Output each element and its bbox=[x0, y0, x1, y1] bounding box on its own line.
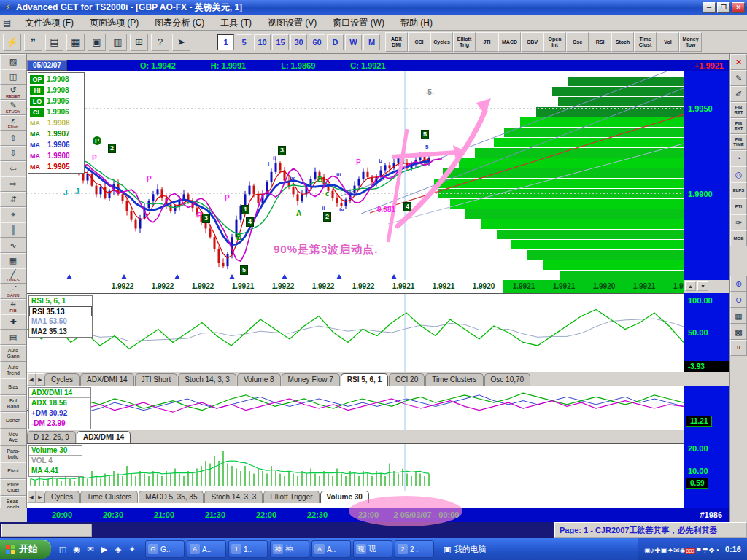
elliott-tool[interactable]: εElliott bbox=[0, 115, 26, 131]
indicator-vol[interactable]: Vol bbox=[657, 32, 679, 52]
tab-adx-dmi-14[interactable]: ADX/DMI 14 bbox=[80, 373, 134, 386]
layout-icon[interactable]: ▥ bbox=[109, 34, 127, 51]
arrow-up-icon[interactable]: ⇧ bbox=[0, 131, 26, 146]
price-scale[interactable]: 1.99501.9900 bbox=[684, 71, 729, 280]
arrow-left-icon[interactable]: ⇦ bbox=[0, 161, 26, 176]
timeframe-10[interactable]: 10 bbox=[254, 34, 271, 50]
pti-tool[interactable]: PTI bbox=[730, 198, 747, 214]
taskbar-task[interactable]: GG.. bbox=[145, 540, 185, 558]
zoom-in-icon[interactable]: ⊕ bbox=[730, 276, 747, 292]
timeframe-15[interactable]: 15 bbox=[272, 34, 289, 50]
window-icon[interactable]: ◫ bbox=[0, 69, 26, 85]
indicator-stoch[interactable]: Stoch bbox=[611, 32, 634, 52]
close-button[interactable]: ✕ bbox=[732, 2, 745, 13]
indicator-time[interactable]: TimeClust bbox=[634, 32, 657, 52]
quick-launch-icon[interactable]: ✉ bbox=[85, 543, 96, 555]
quick-launch-icon[interactable]: ◈ bbox=[112, 543, 124, 555]
pointer-icon[interactable]: ➤ bbox=[172, 34, 190, 51]
menu-item[interactable]: 帮助 (H) bbox=[392, 16, 441, 29]
indicator-cci[interactable]: CCI bbox=[408, 32, 430, 52]
tab-cci-20[interactable]: CCI 20 bbox=[389, 373, 425, 386]
tool-auto-trend[interactable]: AutoTrend bbox=[0, 362, 26, 378]
tab-d-12-26-9[interactable]: D 12, 26, 9 bbox=[27, 431, 76, 443]
tool-auto-gann[interactable]: AutoGann bbox=[0, 345, 26, 362]
tab-macd-5-35-35[interactable]: MACD 5, 35, 35 bbox=[139, 491, 204, 503]
minimize-button[interactable]: ─ bbox=[703, 2, 716, 13]
tool-bias[interactable]: Bias bbox=[0, 378, 26, 395]
taskbar-task[interactable]: AA.. bbox=[187, 540, 226, 558]
help-icon[interactable]: ? bbox=[151, 34, 169, 51]
study-tool[interactable]: ✎STUDY bbox=[0, 100, 26, 115]
gann-tool[interactable]: ⋰GANN bbox=[0, 284, 26, 299]
indicator-money[interactable]: Moneyflow bbox=[679, 32, 702, 52]
scale-up-button[interactable]: ▲ bbox=[685, 281, 696, 291]
indicator-macd[interactable]: MACD bbox=[498, 32, 521, 52]
quick-launch-icon[interactable]: ✦ bbox=[126, 543, 138, 555]
tab-jti-short[interactable]: JTI Short bbox=[135, 373, 178, 386]
taskbar-task[interactable]: AA.. bbox=[311, 540, 351, 558]
timeframe-30[interactable]: 30 bbox=[290, 34, 307, 50]
crosshair-icon[interactable]: ⌖ bbox=[0, 207, 26, 222]
tab-time-clusters[interactable]: Time Clusters bbox=[425, 373, 483, 386]
pencil-icon[interactable]: ✎ bbox=[730, 70, 747, 86]
marker-icon[interactable]: ✑ bbox=[730, 214, 747, 230]
indicator-rsi[interactable]: RSI bbox=[589, 32, 611, 52]
calc-icon[interactable]: ▦ bbox=[730, 308, 747, 324]
tray-icon[interactable]: 889 bbox=[685, 548, 695, 554]
tray-icon[interactable]: ▣ bbox=[660, 546, 667, 554]
grid2-icon[interactable]: ▩ bbox=[730, 324, 747, 340]
quick-launch-icon[interactable]: ◫ bbox=[57, 543, 69, 555]
tool-bol-band[interactable]: BolBand bbox=[0, 395, 26, 412]
notes-icon[interactable]: ▤ bbox=[0, 330, 26, 345]
mob-tool[interactable]: MOB bbox=[730, 230, 747, 246]
menu-item[interactable]: 窗口设置 (W) bbox=[325, 16, 392, 29]
tab-scroll-left[interactable]: ◀ bbox=[27, 373, 36, 386]
main-chart[interactable]: 235412354PABcBPPPPP0.681-5-iiiiiiiviiivb… bbox=[27, 71, 684, 280]
new-page-icon[interactable]: ▤ bbox=[45, 34, 63, 51]
menu-item[interactable]: 页面选项 (P) bbox=[82, 16, 147, 29]
tab-rsi-5-6-1[interactable]: RSI 5, 6, 1 bbox=[341, 373, 388, 386]
lines-tool[interactable]: ╱LINES bbox=[0, 268, 26, 284]
tab-cycles[interactable]: Cycles bbox=[44, 373, 80, 386]
indicator-jti[interactable]: JTI bbox=[476, 32, 498, 52]
tray-icon[interactable]: ◔ bbox=[715, 546, 719, 554]
quote-icon[interactable]: ❞ bbox=[24, 34, 42, 51]
timeframe-1[interactable]: 1 bbox=[217, 34, 234, 50]
taskbar-task[interactable]: 11.. bbox=[228, 540, 268, 558]
fib-ret-tool[interactable]: FIBRET bbox=[730, 102, 747, 118]
compare-icon[interactable]: ⇵ bbox=[0, 192, 26, 207]
start-button[interactable]: 开始 bbox=[0, 540, 51, 559]
menu-item[interactable]: 文件选项 (F) bbox=[17, 16, 82, 29]
close-panel-icon[interactable]: ✕ bbox=[730, 54, 747, 70]
indicator-elliott[interactable]: ElliottTrig bbox=[453, 32, 476, 52]
quick-launch-icon[interactable]: ◉ bbox=[71, 543, 82, 555]
timeframe-D[interactable]: D bbox=[327, 34, 344, 50]
scrollbar-thumb[interactable] bbox=[1, 524, 92, 537]
arrow-down-icon[interactable]: ⇩ bbox=[0, 146, 26, 161]
tab-volume-8[interactable]: Volume 8 bbox=[237, 373, 281, 386]
copy-page-icon[interactable]: ▣ bbox=[88, 34, 106, 51]
indicator-obv[interactable]: OBV bbox=[521, 32, 543, 52]
ellipse-tool[interactable]: ELPS bbox=[730, 182, 747, 198]
tab-money-flow-7[interactable]: Money Flow 7 bbox=[282, 373, 340, 386]
circle-tool-icon[interactable]: ◔ bbox=[730, 150, 747, 166]
timeframe-60[interactable]: 60 bbox=[309, 34, 325, 50]
pin-icon[interactable]: ⚡ bbox=[3, 34, 21, 51]
tool-donch[interactable]: Donch bbox=[0, 412, 26, 429]
horizontal-scrollbar[interactable] bbox=[0, 522, 554, 538]
zoom-out-icon[interactable]: ⊖ bbox=[730, 292, 747, 308]
tab-adx-dmi-14[interactable]: ADX/DMI 14 bbox=[77, 431, 131, 443]
taskbar-task[interactable]: 22 . bbox=[395, 540, 434, 558]
tray-icon[interactable]: ⚑ bbox=[695, 546, 702, 554]
timeframe-M[interactable]: M bbox=[363, 34, 380, 50]
tray-icon[interactable]: ✉ bbox=[673, 546, 679, 554]
arrow-right-icon[interactable]: ⇨ bbox=[0, 176, 26, 192]
tab-osc-10-70[interactable]: Osc 10,70 bbox=[484, 373, 531, 386]
tool-para-bolic[interactable]: Para-bolic bbox=[0, 446, 26, 462]
tab-cycles[interactable]: Cycles bbox=[44, 491, 80, 503]
rsi-panel[interactable]: RSI 5, 6, 1 RSI 35.13 MA1 53.50 MA2 35.1… bbox=[27, 293, 684, 372]
scale-down-button[interactable]: ▼ bbox=[697, 281, 708, 291]
tab-scroll-left[interactable]: ◀ bbox=[27, 491, 36, 503]
print-icon[interactable]: ⊞ bbox=[130, 34, 148, 51]
tab-scroll-right[interactable]: ▶ bbox=[36, 491, 44, 503]
